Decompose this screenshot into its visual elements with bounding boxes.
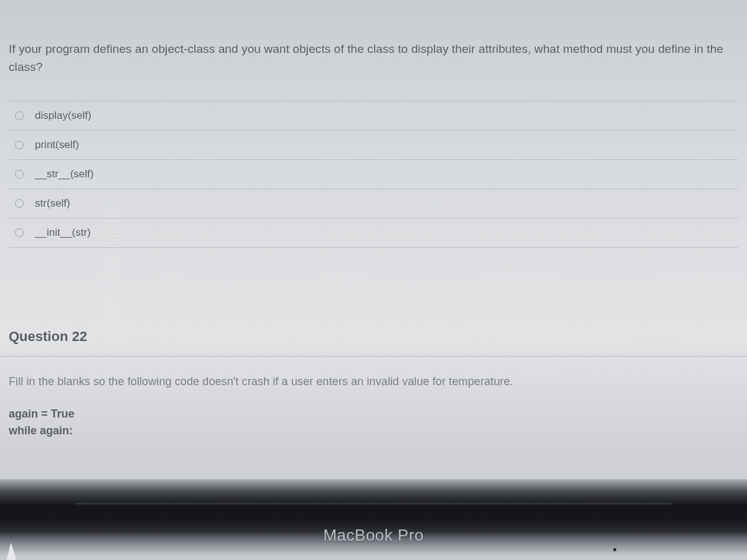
option-str[interactable]: str(self) (9, 189, 738, 218)
code-line: while again: (9, 422, 738, 439)
device-brand-label: MacBook Pro (0, 526, 747, 545)
radio-icon[interactable] (15, 228, 24, 237)
question-22-prompt: Fill in the blanks so the following code… (9, 375, 738, 388)
option-print[interactable]: print(self) (9, 131, 738, 160)
hinge-bar (75, 503, 672, 505)
option-label: __str__(self) (35, 168, 93, 180)
laptop-bezel: MacBook Pro (0, 479, 747, 560)
question-prompt: If your program defines an object-class … (9, 40, 738, 76)
code-line: again = True (9, 406, 738, 422)
code-block: again = True while again: (9, 406, 738, 439)
pencil-tip (6, 543, 17, 560)
spacer (0, 266, 747, 316)
question-22-body: Fill in the blanks so the following code… (0, 357, 747, 439)
option-str-dunder[interactable]: __str__(self) (9, 160, 738, 189)
option-label: str(self) (35, 197, 70, 210)
question-21-block: If your program defines an object-class … (0, 40, 747, 266)
option-label: display(self) (35, 110, 92, 122)
radio-icon[interactable] (15, 141, 24, 149)
radio-icon[interactable] (15, 111, 24, 120)
option-label: print(self) (35, 139, 79, 151)
option-display[interactable]: display(self) (9, 101, 738, 131)
option-init[interactable]: __init__(str) (9, 218, 738, 248)
question-21-options: display(self) print(self) __str__(self) … (9, 101, 738, 248)
radio-icon[interactable] (15, 199, 24, 208)
question-22-heading: Question 22 (0, 316, 747, 357)
bezel-dot (613, 548, 616, 551)
radio-icon[interactable] (15, 170, 24, 179)
option-label: __init__(str) (35, 226, 91, 239)
